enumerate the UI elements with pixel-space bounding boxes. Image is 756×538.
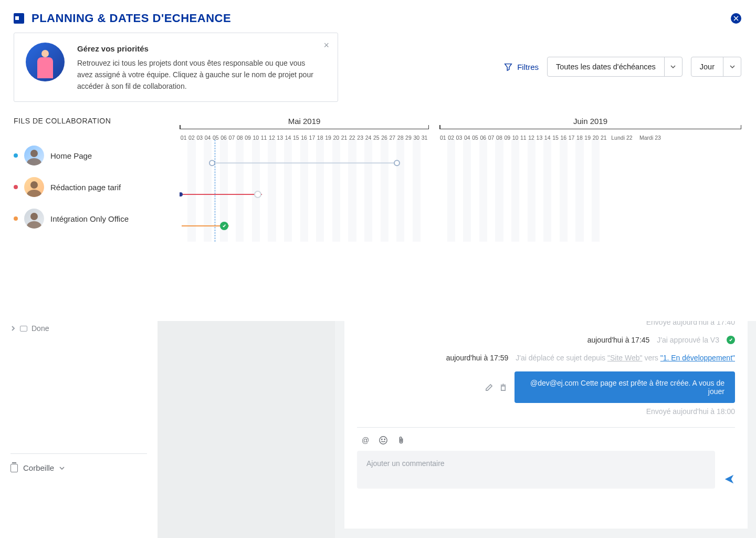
gantt-area: Mai 2019 Juin 2019 010203040506070809101… — [180, 117, 756, 242]
granularity-label: Jour — [691, 57, 723, 76]
due-filter-label: Toutes les dates d'échéances — [548, 57, 664, 76]
tip-body: Retrouvez ici tous les projets dont vous… — [77, 58, 319, 92]
chevron-down-icon — [664, 57, 682, 76]
thread-label: Home Page — [50, 151, 92, 160]
svg-point-0 — [380, 437, 387, 444]
month-header: Mai 2019 — [180, 117, 429, 129]
activity-move: aujourd'hui à 17:59 J'ai déplacé ce suje… — [357, 354, 735, 362]
tip-close-button[interactable]: × — [323, 40, 329, 50]
svg-point-1 — [382, 439, 382, 439]
status-dot — [14, 153, 18, 158]
gantt-bar-integration[interactable] — [182, 225, 229, 226]
move-from-link[interactable]: "Site Web" — [607, 354, 643, 362]
activity-approve: aujourd'hui à 17:45 J'ai approuvé la V3 — [357, 336, 735, 344]
sent-stamp: Envoyé aujourd'hui à 18:00 — [357, 407, 735, 416]
due-filter-dropdown[interactable]: Toutes les dates d'échéances — [547, 57, 682, 77]
check-icon — [727, 336, 735, 344]
tip-illustration — [26, 43, 65, 81]
chevron-down-icon — [59, 467, 65, 470]
close-icon — [733, 16, 739, 21]
month-header: Juin 2019 — [439, 117, 741, 129]
message-bubble: @dev@ej.com Cette page est prête à être … — [514, 371, 735, 403]
status-dot — [14, 185, 18, 189]
bar-end-handle[interactable] — [394, 160, 400, 166]
calendar-icon — [14, 13, 24, 24]
chevron-down-icon — [723, 57, 741, 76]
bar-done-marker — [220, 222, 228, 230]
middle-column-fragment — [158, 321, 335, 538]
granularity-dropdown[interactable]: Jour — [691, 57, 741, 77]
status-dot — [14, 216, 18, 221]
trash-button[interactable]: Corbeille — [10, 463, 147, 472]
delete-icon[interactable] — [499, 384, 507, 391]
sidebar-separator — [10, 453, 147, 454]
activity-timestamp: aujourd'hui à 17:45 — [587, 336, 650, 344]
thread-row[interactable]: Home Page — [14, 140, 180, 171]
emoji-icon[interactable] — [378, 435, 388, 446]
filters-label: Filtres — [517, 63, 539, 71]
activity-text-mid: vers — [643, 354, 660, 362]
activity-text: J'ai approuvé la V3 — [657, 336, 719, 344]
svg-point-2 — [384, 439, 385, 439]
bar-start-handle[interactable] — [180, 192, 183, 196]
avatar — [24, 146, 44, 165]
filters-button[interactable]: Filtres — [503, 62, 539, 71]
avatar — [24, 177, 44, 197]
chat-composer: @ Ajouter un commentaire — [357, 427, 735, 489]
folder-done[interactable]: Done — [10, 324, 147, 333]
mention-icon[interactable]: @ — [360, 435, 371, 446]
bar-end-handle[interactable] — [254, 191, 261, 198]
avatar — [24, 209, 44, 229]
gantt-bar-redaction[interactable] — [181, 194, 262, 195]
thread-row[interactable]: Intégration Only Office — [14, 203, 180, 234]
comment-input[interactable]: Ajouter un commentaire — [357, 451, 715, 489]
thread-label: Rédaction page tarif — [50, 183, 121, 192]
send-button[interactable] — [723, 473, 735, 487]
filter-icon — [503, 62, 513, 71]
trash-icon — [10, 464, 18, 472]
trash-label: Corbeille — [23, 463, 54, 472]
planning-panel: PLANNING & DATES D'ECHEANCE Gérez vos pr… — [0, 0, 756, 321]
sent-stamp: Envoyé aujourd'hui à 17:40 — [357, 321, 735, 326]
close-button[interactable] — [731, 13, 741, 24]
edit-icon[interactable] — [485, 384, 493, 391]
gantt-bar-home-page[interactable] — [212, 163, 400, 164]
activity-timestamp: aujourd'hui à 17:59 — [446, 354, 509, 362]
sidebar-fragment: Done Corbeille — [0, 321, 158, 538]
folder-icon — [20, 326, 27, 332]
threads-heading: FILS DE COLLABORATION — [14, 117, 180, 125]
tip-title: Gérez vos priorités — [77, 43, 319, 55]
thread-label: Intégration Only Office — [50, 214, 129, 223]
tip-card: Gérez vos priorités Retrouvez ici tous l… — [14, 33, 338, 102]
page-title: PLANNING & DATES D'ECHEANCE — [32, 12, 731, 25]
move-to-link[interactable]: "1. En développement" — [660, 354, 735, 362]
folder-done-label: Done — [32, 324, 49, 333]
thread-row[interactable]: Rédaction page tarif — [14, 171, 180, 203]
message-row: @dev@ej.com Cette page est prête à être … — [357, 371, 735, 403]
chevron-right-icon — [10, 326, 16, 331]
attach-icon[interactable] — [396, 435, 406, 446]
activity-text-prefix: J'ai déplacé ce sujet depuis — [516, 354, 607, 362]
message-tools — [485, 384, 507, 391]
chat-panel: Envoyé aujourd'hui à 17:40 aujourd'hui à… — [344, 321, 748, 529]
bar-start-handle[interactable] — [209, 160, 215, 166]
